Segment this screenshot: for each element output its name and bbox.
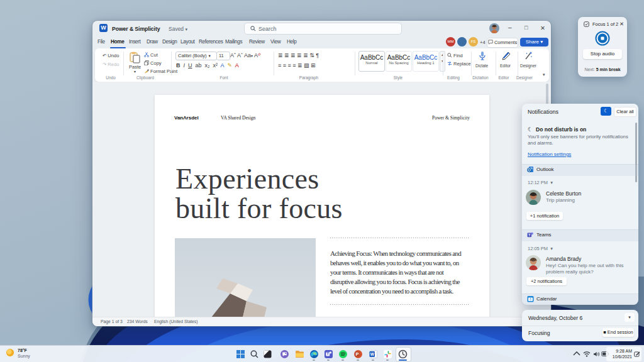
svg-text:W: W bbox=[370, 352, 375, 356]
svg-text:P: P bbox=[355, 351, 358, 357]
svg-text:T: T bbox=[528, 233, 530, 237]
